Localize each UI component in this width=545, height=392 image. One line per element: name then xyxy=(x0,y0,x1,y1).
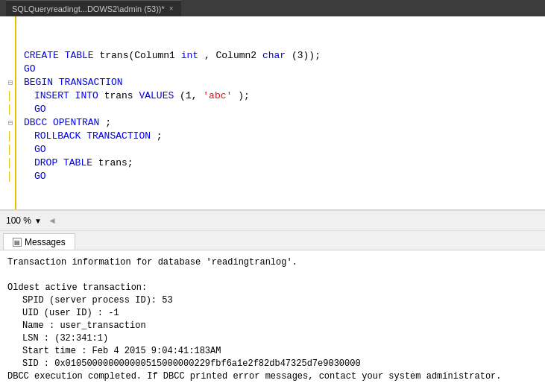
code-line-1: CREATE TABLE trans(Column1 int , Column2… xyxy=(24,49,539,63)
code-line-blank1 xyxy=(24,22,539,36)
code-line-7: ROLLBACK TRANSACTION ; xyxy=(24,130,539,143)
msg-line-8: DBCC execution completed. If DBCC printe… xyxy=(7,370,538,383)
gutter-line-9: | xyxy=(0,130,15,143)
code-line-blank4 xyxy=(24,197,539,209)
messages-tab-label: Messages xyxy=(25,237,66,247)
msg-line-3: UID (user ID) : -1 xyxy=(7,307,538,320)
code-line-blank3 xyxy=(24,183,539,197)
code-line-9: DROP TABLE trans; xyxy=(24,157,539,170)
msg-line-5: LSN : (32:341:1) xyxy=(7,332,538,345)
msg-line-7: SID : 0x010500000000000515000000229fbf6a… xyxy=(7,358,538,370)
gutter-line-4 xyxy=(0,63,15,76)
gutter-line-11: | xyxy=(0,157,15,170)
msg-line-2: SPID (server process ID): 53 xyxy=(7,294,538,307)
gutter-line-12: | xyxy=(0,170,15,183)
zoom-dropdown-icon[interactable]: ▼ xyxy=(34,217,42,225)
messages-content: Transaction information for database 're… xyxy=(0,250,545,392)
tab-label: SQLQueryreadingt...DOWS2\admin (53))* xyxy=(12,4,165,13)
gutter-line-2 xyxy=(0,36,15,49)
zoom-bar: 100 % ▼ ◄ xyxy=(0,210,545,231)
msg-line-0: Transaction information for database 're… xyxy=(7,256,538,269)
gutter-line-5[interactable]: ⊟ xyxy=(0,76,15,89)
gutter-line-8[interactable]: ⊟ xyxy=(0,116,15,130)
gutter-line-1 xyxy=(0,22,15,36)
msg-line-blank xyxy=(7,269,538,282)
editor-area: ⊟ | | ⊟ | | | | CREATE TABLE trans(Colum… xyxy=(0,16,545,210)
code-line-blank2 xyxy=(24,36,539,49)
title-bar: SQLQueryreadingt...DOWS2\admin (53))* × xyxy=(0,0,545,16)
code-line-5: GO xyxy=(24,103,539,116)
gutter-line-10: | xyxy=(0,143,15,157)
code-line-4: INSERT INTO trans VALUES (1, 'abc' ); xyxy=(24,89,539,103)
code-line-6: DBCC OPENTRAN ; xyxy=(24,116,539,130)
kw-create: CREATE xyxy=(24,50,59,61)
msg-line-6: Start time : Feb 4 2015 9:04:41:183AM xyxy=(7,345,538,358)
kw-table: TABLE xyxy=(65,50,94,61)
gutter-line-3 xyxy=(0,49,15,63)
code-editor[interactable]: CREATE TABLE trans(Column1 int , Column2… xyxy=(16,16,545,209)
gutter-markers: ⊟ | | ⊟ | | | | xyxy=(0,22,15,183)
editor-tab[interactable]: SQLQueryreadingt...DOWS2\admin (53))* × xyxy=(6,0,181,16)
msg-line-4: Name : user_transaction xyxy=(7,320,538,332)
code-line-10: GO xyxy=(24,170,539,183)
msg-line-1: Oldest active transaction: xyxy=(7,282,538,294)
results-area: ▤ Messages Transaction information for d… xyxy=(0,231,545,392)
code-line-2: GO xyxy=(24,63,539,76)
tab-close-icon[interactable]: × xyxy=(169,4,174,13)
gutter-line-7: | xyxy=(0,103,15,116)
zoom-value: 100 % xyxy=(6,215,31,226)
editor-gutter: ⊟ | | ⊟ | | | | xyxy=(0,16,16,209)
messages-tab-icon: ▤ xyxy=(13,238,22,247)
code-line-3: BEGIN TRANSACTION xyxy=(24,76,539,89)
scroll-left-icon[interactable]: ◄ xyxy=(48,215,57,226)
messages-tab[interactable]: ▤ Messages xyxy=(3,233,75,250)
results-tab-bar: ▤ Messages xyxy=(0,231,545,250)
code-line-8: GO xyxy=(24,143,539,157)
gutter-line-6: | xyxy=(0,89,15,103)
